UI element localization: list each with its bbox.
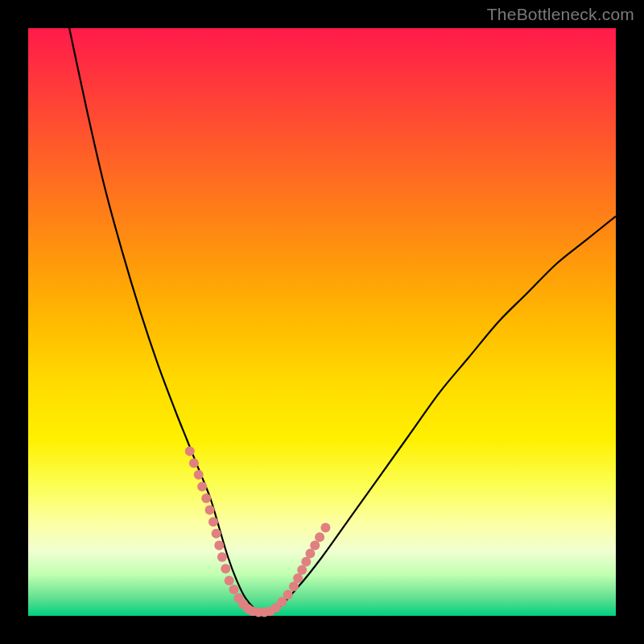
chart-plot-area — [28, 28, 616, 616]
highlight-dot — [293, 573, 303, 583]
highlight-dot — [283, 590, 293, 600]
highlight-dot — [217, 552, 227, 562]
highlight-dot — [185, 447, 195, 456]
watermark-text: TheBottleneck.com — [487, 5, 634, 24]
highlight-dot — [205, 506, 215, 515]
highlight-dot — [315, 532, 324, 542]
highlight-dot — [305, 549, 315, 559]
highlight-dot — [297, 565, 307, 575]
highlight-dot — [197, 481, 207, 491]
highlight-dot — [320, 523, 330, 533]
highlight-dot — [214, 540, 224, 550]
highlight-dot — [225, 576, 234, 585]
highlight-dot — [212, 529, 221, 539]
highlight-dot — [310, 540, 320, 550]
highlight-dot — [301, 557, 311, 567]
bottleneck-curve — [69, 28, 616, 613]
highlight-dots-group — [185, 447, 331, 617]
highlight-dot — [194, 470, 204, 480]
highlight-dot — [208, 517, 218, 526]
highlight-dot — [189, 458, 199, 468]
chart-svg — [28, 28, 616, 616]
highlight-dot — [201, 493, 211, 503]
highlight-dot — [289, 582, 299, 592]
highlight-dot — [221, 564, 230, 574]
highlight-dot — [229, 584, 239, 594]
